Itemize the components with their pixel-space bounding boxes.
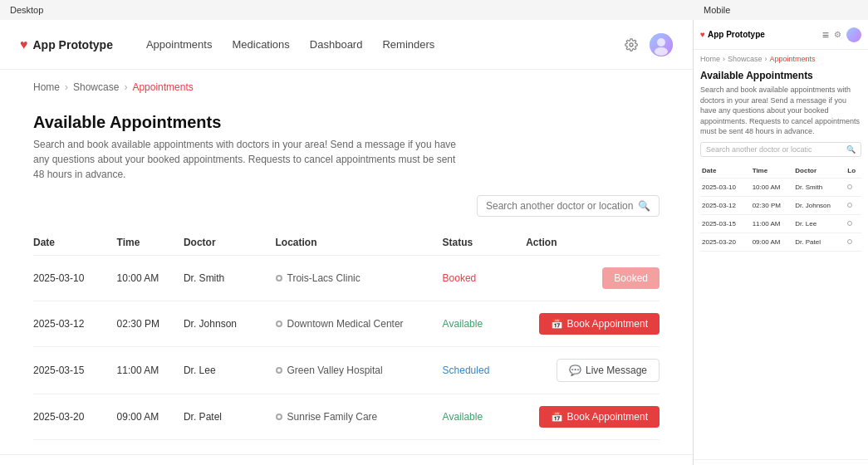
cell-action: 📅Book Appointment [526, 301, 660, 347]
mobile-header: ♥ App Prototype ≡ ⚙ [694, 20, 868, 50]
settings-icon[interactable] [623, 37, 640, 53]
location-text: Green Valley Hospital [287, 365, 383, 376]
col-header-date: Date [33, 230, 117, 256]
calendar-icon: 📅 [551, 318, 563, 330]
breadcrumb-sep1: › [65, 81, 68, 93]
location-text: Trois-Lacs Clinic [287, 272, 360, 284]
mobile-location-dot-icon [847, 203, 852, 208]
nav-reminders[interactable]: Reminders [382, 35, 434, 54]
cell-action: Booked [526, 256, 660, 301]
mobile-bc-current: Appointments [770, 55, 816, 63]
search-box[interactable]: 🔍 [477, 195, 660, 217]
svg-point-0 [630, 43, 633, 46]
main-nav: Appointments Medications Dashboard Remin… [146, 35, 623, 54]
mobile-cell-location [846, 178, 861, 196]
page-description: Search and book available appointments w… [33, 137, 465, 182]
desktop-footer: Copyright © 2024 Giuliano Verdone. Acces… [0, 454, 693, 465]
breadcrumb-sep2: › [124, 81, 127, 93]
header-actions [623, 33, 673, 56]
booked-button: Booked [602, 267, 660, 289]
cell-date: 2025-03-15 [33, 347, 117, 394]
breadcrumb-home[interactable]: Home [33, 81, 60, 93]
mobile-search-placeholder: Search another doctor or locatic [706, 145, 844, 154]
mobile-search-icon: 🔍 [846, 145, 856, 154]
mobile-avatar[interactable] [846, 27, 861, 42]
mobile-location-dot-icon [847, 221, 852, 226]
mobile-cell-location [846, 232, 861, 251]
mobile-table-row: 2025-03-20 09:00 AM Dr. Patel [700, 232, 861, 251]
mobile-cell-time: 11:00 AM [751, 214, 794, 232]
location-dot-icon [276, 275, 282, 281]
location-text: Sunrise Family Care [287, 411, 378, 423]
book-appointment-button[interactable]: 📅Book Appointment [539, 406, 660, 428]
table-row: 2025-03-12 02:30 PM Dr. Johnson Downtown… [33, 301, 660, 347]
breadcrumb-showcase[interactable]: Showcase [73, 81, 119, 93]
live-message-button[interactable]: 💬Live Message [557, 359, 660, 382]
cell-location: Sunrise Family Care [276, 394, 443, 440]
heart-icon: ♥ [20, 37, 28, 52]
mobile-col-time: Time [751, 164, 794, 179]
search-icon: 🔍 [638, 200, 650, 212]
mobile-cell-date: 2025-03-15 [700, 214, 751, 232]
mobile-appointments-table: Date Time Doctor Lo 2025-03-10 10:00 AM … [700, 164, 861, 252]
avatar[interactable] [650, 33, 673, 56]
mobile-heart-icon: ♥ [700, 30, 705, 39]
desktop-header: ♥ App Prototype Appointments Medications… [0, 20, 693, 70]
location-dot-icon [276, 414, 282, 420]
message-icon: 💬 [569, 365, 581, 376]
mobile-cell-time: 02:30 PM [751, 196, 794, 214]
mobile-table-row: 2025-03-15 11:00 AM Dr. Lee [700, 214, 861, 232]
appointments-table: Date Time Doctor Location Status Action … [33, 230, 660, 440]
status-badge: Booked [443, 272, 477, 284]
mobile-cell-doctor: Dr. Johnson [793, 196, 846, 214]
cell-doctor: Dr. Johnson [184, 301, 276, 347]
nav-medications[interactable]: Medications [232, 35, 289, 54]
nav-dashboard[interactable]: Dashboard [310, 35, 363, 54]
cell-doctor: Dr. Smith [184, 256, 276, 301]
cell-doctor: Dr. Lee [184, 347, 276, 394]
mobile-label: Mobile [694, 0, 868, 20]
location-dot-icon [276, 321, 282, 327]
mobile-cell-date: 2025-03-12 [700, 196, 751, 214]
mobile-footer: Copyright © 2024 Giuliano Verdone Access… [694, 459, 868, 465]
mobile-cell-doctor: Dr. Lee [793, 214, 846, 232]
status-badge: Available [443, 318, 483, 330]
cell-time: 11:00 AM [117, 347, 184, 394]
mobile-settings-icon[interactable]: ⚙ [834, 30, 841, 39]
page-title: Available Appointments [33, 113, 660, 132]
mobile-location-dot-icon [847, 184, 852, 189]
search-input[interactable] [486, 200, 633, 212]
cell-location: Trois-Lacs Clinic [276, 256, 443, 301]
col-header-time: Time [117, 230, 184, 256]
cell-action: 💬Live Message [526, 347, 660, 394]
table-row: 2025-03-10 10:00 AM Dr. Smith Trois-Lacs… [33, 256, 660, 301]
mobile-search-box[interactable]: Search another doctor or locatic 🔍 [700, 142, 861, 157]
cell-time: 10:00 AM [117, 256, 184, 301]
cell-time: 09:00 AM [117, 394, 184, 440]
mobile-cell-date: 2025-03-20 [700, 232, 751, 251]
mobile-bc-showcase: Showcase [728, 55, 763, 63]
cell-status: Booked [443, 256, 527, 301]
mobile-col-date: Date [700, 164, 751, 179]
cell-doctor: Dr. Patel [184, 394, 276, 440]
calendar-icon: 📅 [551, 411, 563, 423]
main-content: Available Appointments Search and book a… [0, 100, 693, 454]
breadcrumb-current: Appointments [132, 81, 193, 93]
hamburger-icon[interactable]: ≡ [822, 28, 829, 42]
cell-date: 2025-03-20 [33, 394, 117, 440]
svg-point-3 [655, 47, 668, 56]
table-row: 2025-03-20 09:00 AM Dr. Patel Sunrise Fa… [33, 394, 660, 440]
mobile-cell-doctor: Dr. Patel [793, 232, 846, 251]
mobile-cell-time: 10:00 AM [751, 178, 794, 196]
mobile-logo-text: App Prototype [708, 30, 765, 39]
book-appointment-button[interactable]: 📅Book Appointment [539, 313, 660, 335]
breadcrumb: Home › Showcase › Appointments [0, 70, 693, 100]
mobile-table-row: 2025-03-12 02:30 PM Dr. Johnson [700, 196, 861, 214]
mobile-logo[interactable]: ♥ App Prototype [700, 30, 817, 39]
logo[interactable]: ♥ App Prototype [20, 37, 113, 52]
mobile-col-doctor: Doctor [793, 164, 846, 179]
search-row: 🔍 [33, 195, 660, 217]
col-header-location: Location [276, 230, 443, 256]
table-row: 2025-03-15 11:00 AM Dr. Lee Green Valley… [33, 347, 660, 394]
nav-appointments[interactable]: Appointments [146, 35, 213, 54]
